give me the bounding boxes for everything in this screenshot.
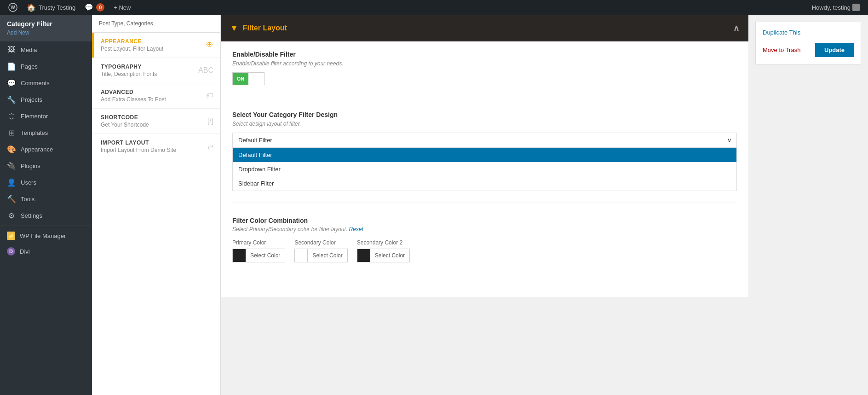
new-item[interactable]: + New (109, 0, 135, 15)
secondary2-color-swatch (357, 249, 370, 262)
option-sidebar-filter[interactable]: Sidebar Filter (233, 176, 736, 191)
shortcode-section-subtitle: Get Your Shortcode (101, 122, 213, 128)
add-new-link[interactable]: Add New (7, 29, 85, 36)
menu-separator (0, 226, 92, 226)
secondary-color-swatch (295, 249, 308, 262)
typography-section-title: TYPOGRAPHY (101, 64, 213, 70)
sidebar-item-comments[interactable]: 💬 Comments (0, 75, 92, 91)
primary-color-btn-label: Select Color (246, 252, 285, 259)
users-icon: 👤 (7, 178, 16, 187)
sidebar-item-divi[interactable]: D Divi (0, 244, 92, 259)
nav-section-advanced[interactable]: ADVANCED Add Extra Classes To Post 🏷 (92, 83, 220, 108)
nav-section-import[interactable]: IMPORT LAYOUT Import Layout From Demo Si… (92, 134, 220, 159)
sidebar-item-pages[interactable]: 📄 Pages (0, 58, 92, 75)
wp-logo-item[interactable]: W (4, 0, 22, 15)
appearance-section-title: APPEARANCE (101, 38, 213, 45)
nav-section-typography[interactable]: TYPOGRAPHY Title, Description Fonts ABC (92, 58, 220, 83)
secondary2-color-picker[interactable]: Select Color (357, 249, 410, 262)
user-avatar (852, 4, 860, 11)
wpfm-icon: 📁 (7, 232, 15, 240)
import-section-title: IMPORT LAYOUT (101, 139, 213, 146)
option-dropdown-filter[interactable]: Dropdown Filter (233, 162, 736, 176)
templates-icon: ⊞ (7, 128, 16, 137)
color-desc-text: Select Primary/Secondary color for filte… (232, 226, 347, 232)
tools-icon: 🔨 (7, 194, 16, 203)
move-trash-button[interactable]: Move to Trash (763, 46, 800, 53)
sidebar-item-tools[interactable]: 🔨 Tools (0, 191, 92, 207)
howdy-label: Howdy, testing (812, 4, 851, 11)
color-combination-block: Filter Color Combination Select Primary/… (232, 217, 737, 274)
sidebar-item-elementor[interactable]: ⬡ Elementor (0, 108, 92, 124)
media-icon: 🖼 (7, 45, 16, 54)
sidebar-item-appearance[interactable]: 🎨 Appearance (0, 141, 92, 157)
appearance-section-subtitle: Post Layout, Filter Layout (101, 46, 213, 52)
projects-icon: 🔧 (7, 95, 16, 104)
new-label: + New (114, 4, 131, 11)
comments-item[interactable]: 💬 0 (80, 0, 109, 15)
color-row: Primary Color Select Color Secondary Col… (232, 239, 737, 262)
color-combination-label: Filter Color Combination (232, 217, 737, 224)
appearance-icon: 🎨 (7, 145, 16, 154)
divi-icon: D (7, 247, 15, 256)
sidebar-item-label-elementor: Elementor (21, 113, 48, 120)
enable-filter-block: Enable/Disable Filter Enable/Disable fil… (232, 51, 737, 97)
sidebar-item-users[interactable]: 👤 Users (0, 174, 92, 191)
primary-color-picker[interactable]: Select Color (232, 249, 285, 262)
import-section-subtitle: Import Layout From Demo Site (101, 147, 213, 153)
primary-color-swatch (233, 249, 246, 262)
secondary-color-picker[interactable]: Select Color (294, 249, 347, 262)
filter-design-select-wrap: Default Filter ∨ Default Filter Dropdown… (232, 133, 737, 191)
typography-section-subtitle: Title, Description Fonts (101, 71, 213, 77)
plugins-icon: 🔌 (7, 161, 16, 170)
admin-sidebar: Category Filter Add New 🖼 Media 📄 Pages … (0, 15, 92, 395)
enable-filter-toggle[interactable]: ON (232, 72, 264, 85)
import-icon: ⇄ (207, 142, 213, 151)
update-button[interactable]: Update (815, 43, 854, 57)
toggle-off-area (248, 73, 264, 85)
elementor-icon: ⬡ (7, 111, 16, 121)
abc-icon: ABC (198, 66, 213, 75)
filter-icon: ▼ (230, 23, 238, 33)
primary-color-item: Primary Color Select Color (232, 239, 285, 262)
admin-bar: W 🏠 Trusty Testing 💬 0 + New Howdy, test… (0, 0, 868, 15)
settings-breadcrumb: Post Type, Categories (92, 17, 220, 29)
main-panel: ▼ Filter Layout ∧ Enable/Disable Filter … (221, 15, 748, 395)
advanced-section-title: ADVANCED (101, 89, 213, 95)
filter-layout-title: Filter Layout (243, 24, 287, 32)
site-name: Trusty Testing (39, 4, 75, 11)
filter-design-select[interactable]: Default Filter ∨ (232, 133, 737, 148)
toggle-on-label: ON (233, 73, 248, 85)
advanced-section-subtitle: Add Extra Classes To Post (101, 96, 213, 103)
filter-content: Enable/Disable Filter Enable/Disable fil… (221, 41, 748, 297)
nav-section-shortcode[interactable]: SHORTCODE Get Your Shortcode [/] (92, 109, 220, 134)
sidebar-item-wpfm[interactable]: 📁 WP File Manager (0, 228, 92, 244)
option-default-filter[interactable]: Default Filter (233, 148, 736, 162)
secondary-color-btn-label: Select Color (308, 252, 347, 259)
duplicate-link[interactable]: Duplicate This (763, 29, 854, 36)
sidebar-item-templates[interactable]: ⊞ Templates (0, 124, 92, 141)
sidebar-item-label-projects: Projects (21, 96, 42, 103)
sidebar-item-label-plugins: Plugins (21, 163, 40, 169)
sidebar-item-plugins[interactable]: 🔌 Plugins (0, 157, 92, 174)
color-reset-link[interactable]: Reset (349, 226, 363, 232)
plugin-header: Category Filter Add New (0, 15, 92, 41)
comment-count: 0 (96, 3, 104, 12)
nav-section-appearance[interactable]: APPEARANCE Post Layout, Filter Layout 👁 (92, 33, 220, 58)
sidebar-item-label-media: Media (21, 46, 37, 53)
enable-filter-desc: Enable/Disable filter according to your … (232, 60, 737, 67)
sidebar-item-label-settings: Settings (21, 212, 42, 219)
pages-icon: 📄 (7, 62, 16, 71)
sidebar-item-settings[interactable]: ⚙ Settings (0, 207, 92, 224)
secondary2-color-item: Secondary Color 2 Select Color (357, 239, 410, 262)
site-name-item[interactable]: 🏠 Trusty Testing (22, 0, 80, 15)
collapse-button[interactable]: ∧ (733, 23, 739, 33)
sidebar-item-projects[interactable]: 🔧 Projects (0, 91, 92, 108)
comments-icon: 💬 (7, 78, 16, 87)
svg-text:W: W (11, 5, 15, 10)
primary-color-label: Primary Color (232, 239, 285, 246)
select-current-value: Default Filter (238, 137, 272, 144)
bracket-icon: [/] (207, 117, 213, 125)
sidebar-item-label-appearance: Appearance (21, 146, 53, 153)
sidebar-item-media[interactable]: 🖼 Media (0, 41, 92, 58)
plugin-title: Category Filter (7, 20, 85, 28)
